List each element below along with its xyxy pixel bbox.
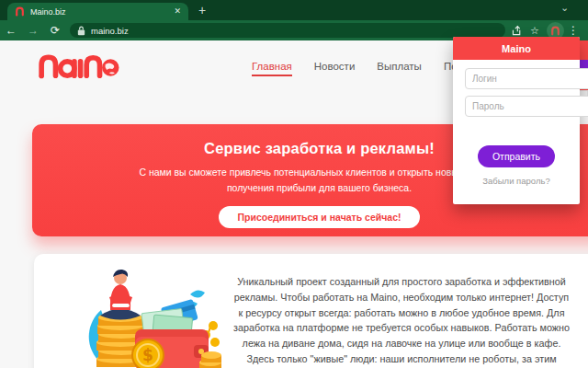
submit-button[interactable]: Отправить [478,145,555,167]
password-row [460,96,572,117]
forgot-password-link[interactable]: Забыли пароль? [460,176,572,186]
url-text: maino.biz [91,26,129,36]
nav-item-vyplaty[interactable]: Выплаты [377,61,422,76]
popup-body: Отправить Забыли пароль? [453,60,580,186]
browser-tab-strip: Maino.biz ✕ + ⌄ [0,0,588,20]
share-icon[interactable] [511,25,523,37]
tab-search-chevron-icon[interactable]: ⌄ [560,2,569,14]
reload-icon[interactable]: ⟳ [44,20,66,40]
about-text: Уникальный проект созданный для простого… [231,274,572,368]
about-card: $ Уникальный проект созданный для просто… [34,254,588,368]
nav-item-glavnaya[interactable]: Главная [252,61,292,76]
new-tab-button[interactable]: + [198,4,206,17]
browser-tab[interactable]: Maino.biz ✕ [7,3,188,20]
lock-icon [77,26,85,36]
login-input[interactable] [465,68,588,89]
earnings-illustration: $ [82,267,221,368]
tab-title: Maino.biz [30,7,168,17]
address-bar[interactable]: maino.biz [70,23,505,38]
password-input[interactable] [465,96,588,117]
maino-extension-popup: Maino Отправить Забыли пароль? [453,37,580,204]
bookmark-star-icon[interactable]: ☆ [526,25,543,37]
nav-item-novosti[interactable]: Новости [314,61,356,76]
page-edge-fragment-red-top [579,40,588,60]
browser-menu-icon[interactable]: ⋮ [568,24,575,37]
join-now-button[interactable]: Присоединиться и начать сейчас! [219,206,419,228]
forward-icon[interactable]: → [22,20,44,40]
maino-logo[interactable] [35,52,119,85]
tab-close-icon[interactable]: ✕ [174,7,181,16]
popup-header: Maino [453,37,580,60]
maino-favicon [15,6,25,17]
login-row [460,68,572,89]
back-icon[interactable]: ← [0,20,22,40]
maino-extension-glyph [550,26,560,36]
svg-text:$: $ [142,346,153,364]
